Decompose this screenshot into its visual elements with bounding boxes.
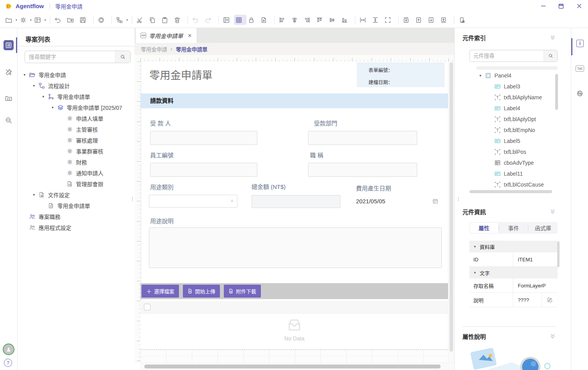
tree-item[interactable]: 應用程式設定 <box>18 222 135 233</box>
minimize-button[interactable] <box>534 0 552 12</box>
edit-icon[interactable] <box>542 293 558 307</box>
info-icon[interactable]: i <box>576 40 584 47</box>
expand-arrow-icon[interactable] <box>32 84 38 88</box>
form-view-button[interactable]: ▾ <box>221 15 234 25</box>
property-row[interactable]: 存取名稱FormLayerP <box>469 278 558 293</box>
layout-button[interactable]: ▾ <box>33 15 47 25</box>
help-icon[interactable]: ? <box>4 359 12 367</box>
user-avatar[interactable] <box>3 344 14 355</box>
tree-item[interactable]: 文件設定 <box>18 189 135 200</box>
file-run-button[interactable]: ▾ <box>259 15 271 25</box>
expand-arrow-icon[interactable] <box>42 95 48 99</box>
component-search-input[interactable] <box>470 53 544 59</box>
bring-to-front-button[interactable]: ▾ <box>401 15 414 25</box>
panel-resize-handle[interactable]: ⋮ <box>456 198 459 200</box>
lock-button[interactable]: ▾ <box>246 15 259 25</box>
tree-item[interactable]: 事業群審核 <box>18 146 135 157</box>
save-button[interactable]: ▾ <box>78 15 90 25</box>
align-bottom-button[interactable]: ▾ <box>340 15 352 25</box>
tree-item[interactable]: 專案職務 <box>18 211 135 222</box>
settings-button[interactable]: ▾ <box>18 15 33 25</box>
undo-button[interactable]: ▾ <box>191 15 203 25</box>
tree-item[interactable]: 零用金申請 <box>18 69 135 80</box>
component-item[interactable]: Label5 <box>455 136 571 146</box>
collapse-chevrons-icon[interactable] <box>550 35 556 41</box>
tree-item[interactable]: 流程設計 <box>18 80 135 91</box>
position-field[interactable] <box>308 163 417 177</box>
align-top-button[interactable]: ▾ <box>315 15 327 25</box>
tree-item[interactable]: 申請人填單 <box>18 113 135 124</box>
expand-arrow-icon[interactable] <box>32 193 38 197</box>
globe-icon[interactable] <box>576 90 584 97</box>
open-form-button[interactable]: ▾ <box>66 15 78 25</box>
tab-order-icon[interactable]: Tab <box>576 65 584 72</box>
undo-button[interactable]: ▾ <box>53 15 66 25</box>
tree-item[interactable]: 主管審核 <box>18 124 135 135</box>
form-meta-panel[interactable]: 表單編號： 建檔日期： <box>357 62 445 87</box>
cut-button[interactable]: ▾ <box>135 15 147 25</box>
tree-item[interactable]: 零用金申請單 [2025/07 <box>18 102 135 113</box>
assistant-button[interactable]: ▾ <box>96 15 109 25</box>
tools-icon[interactable] <box>4 67 14 77</box>
expand-arrow-icon[interactable] <box>23 73 29 77</box>
fit-height-button[interactable]: ▾ <box>370 15 383 25</box>
component-item[interactable]: txfLblAplyName <box>455 92 571 103</box>
property-row[interactable]: IDITEM1 <box>469 252 558 267</box>
breadcrumb-parent[interactable]: 零用金申請 <box>141 45 167 53</box>
component-item[interactable]: Label4 <box>455 103 571 114</box>
empno-field[interactable] <box>150 163 257 177</box>
form-list-icon[interactable] <box>4 40 14 50</box>
collapse-chevrons-icon[interactable] <box>550 333 556 339</box>
dept-field[interactable] <box>308 131 417 145</box>
select-all-checkbox[interactable] <box>140 304 154 310</box>
panel-resize-handle[interactable]: ⋮ <box>130 198 133 200</box>
delete-button[interactable]: ▾ <box>172 15 185 25</box>
tab-library[interactable]: 函式庫 <box>529 223 557 233</box>
send-backward-button[interactable]: ▾ <box>426 15 439 25</box>
date-value[interactable]: 2021/05/05 <box>356 198 385 204</box>
editor-tab[interactable]: JSP 零用金申請單 ✕ <box>136 28 197 43</box>
type-select[interactable]: ∨ <box>149 195 237 208</box>
maximize-button[interactable] <box>552 0 570 12</box>
tab-close-icon[interactable]: ✕ <box>188 33 192 39</box>
download-attachment-button[interactable]: 附件下載 <box>224 285 261 298</box>
desc-textarea[interactable] <box>149 227 442 268</box>
align-middle-v-button[interactable]: ▾ <box>327 15 340 25</box>
calendar-icon[interactable] <box>432 198 439 204</box>
component-list-scrollbar[interactable] <box>555 74 558 110</box>
align-center-h-button[interactable]: ▾ <box>290 15 302 25</box>
tree-item[interactable]: 零用金申請單 <box>18 91 135 102</box>
property-table-scrollbar[interactable] <box>557 241 560 267</box>
tree-item[interactable]: 零用金申請單 <box>18 200 135 211</box>
property-row[interactable]: 說明???? <box>469 293 558 307</box>
property-group-database[interactable]: ▼資料庫 <box>469 241 558 252</box>
start-upload-button[interactable]: 開始上傳 <box>183 285 220 298</box>
section-header[interactable]: 請款資料 <box>140 93 448 108</box>
tree-item[interactable]: 通知申請人 <box>18 167 135 178</box>
search-icon[interactable] <box>115 51 130 63</box>
align-left-button[interactable]: ▾ <box>277 15 290 25</box>
component-item[interactable]: cboAdvType <box>455 157 571 168</box>
expand-arrow-icon[interactable] <box>479 74 485 78</box>
form-title[interactable]: 零用金申請單 <box>149 67 213 82</box>
tree-item[interactable]: 審核處理 <box>18 135 135 146</box>
canvas-horizontal-scrollbar[interactable] <box>140 363 454 370</box>
hierarchy-button[interactable]: ▾ <box>115 15 129 25</box>
expand-arrow-icon[interactable] <box>51 106 57 109</box>
project-search-input[interactable] <box>25 54 115 60</box>
fit-screen-button[interactable]: ▾ <box>383 15 395 25</box>
component-item[interactable]: txfLblPos <box>455 146 571 157</box>
amount-field[interactable] <box>251 195 340 208</box>
grid-view-button[interactable]: ▾ <box>234 15 246 25</box>
folder-code-icon[interactable] <box>4 93 14 103</box>
device-settings-button[interactable]: ▾ <box>457 15 469 25</box>
align-right-button[interactable]: ▾ <box>302 15 315 25</box>
tab-properties[interactable]: 屬性 <box>470 223 498 233</box>
copy-button[interactable]: ▾ <box>147 15 160 25</box>
bring-forward-button[interactable]: ▾ <box>414 15 426 25</box>
component-item[interactable]: txfLblAplyDpt <box>455 114 571 125</box>
collapse-chevrons-icon[interactable] <box>550 209 556 215</box>
search-code-icon[interactable] <box>4 115 14 125</box>
component-search[interactable] <box>469 50 558 62</box>
search-icon[interactable] <box>544 50 557 62</box>
